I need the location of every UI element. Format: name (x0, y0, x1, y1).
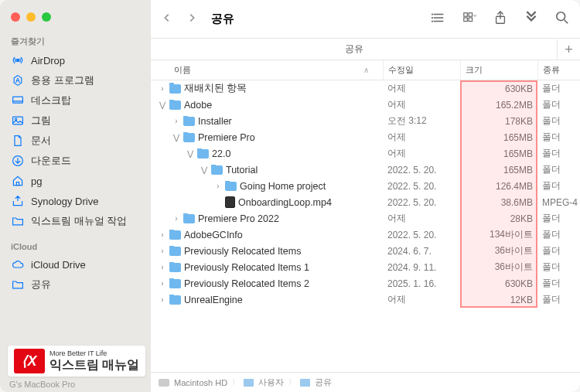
file-kind: 폴더 (537, 212, 580, 225)
sidebar-item-home[interactable]: pg (0, 171, 151, 191)
file-date: 어제 (383, 293, 460, 306)
column-headers: 이름 ∧ 수정일 크기 종류 (151, 60, 580, 80)
file-size: 165MB (460, 132, 537, 143)
file-row[interactable]: ›재배치된 항목어제630KB폴더 (151, 80, 580, 97)
watermark-brand: 익스트림 매뉴얼 (49, 357, 139, 373)
sort-asc-icon: ∧ (363, 66, 369, 74)
file-row[interactable]: ›Previously Relocated Items 22025. 1. 16… (151, 275, 580, 291)
file-kind: 폴더 (537, 147, 580, 160)
chevron-right-icon: 〉 (232, 377, 239, 387)
file-row[interactable]: ›UnrealEngine어제12KB폴더 (151, 291, 580, 308)
file-kind: 폴더 (537, 261, 580, 274)
file-date: 어제 (383, 212, 460, 225)
file-date: 2025. 1. 16. (383, 278, 460, 289)
file-row[interactable]: ›Previously Relocated Items 12024. 9. 11… (151, 259, 580, 275)
file-size: 178KB (460, 116, 537, 127)
svg-line-20 (565, 19, 568, 23)
file-kind: 폴더 (537, 131, 580, 144)
disclosure-icon[interactable]: ⋁ (200, 165, 208, 174)
disclosure-icon[interactable]: › (159, 84, 166, 93)
sidebar-item-shared[interactable]: 공유 (0, 274, 151, 295)
file-kind: MPEG-4 (537, 197, 580, 208)
view-list-icon[interactable] (432, 11, 445, 28)
disclosure-icon[interactable]: › (172, 117, 180, 125)
file-row[interactable]: ›Previously Relocated Items2024. 6. 7.36… (151, 243, 580, 259)
minimize-button[interactable] (26, 12, 36, 22)
folder-icon (225, 182, 237, 191)
file-name: 재배치된 항목 (184, 82, 247, 95)
file-row[interactable]: ⋁Adobe어제165.2MB폴더 (151, 97, 580, 113)
sidebar-item-cloud[interactable]: iCloud Drive (0, 254, 151, 274)
disclosure-icon[interactable]: ⋁ (159, 101, 166, 109)
sidebar-item-folder[interactable]: 익스트림 매뉴얼 작업 (0, 211, 151, 231)
file-kind: 폴더 (537, 228, 580, 241)
file-list: ›재배치된 항목어제630KB폴더⋁Adobe어제165.2MB폴더›Insta… (151, 80, 580, 372)
main-pane: 공유 공유 + 이름 ∧ 수정일 크기 종류 ›재배치된 항목어제63 (151, 0, 580, 392)
zoom-button[interactable] (42, 12, 51, 22)
file-row[interactable]: ›Going Home project2022. 5. 20.126.4MB폴더 (151, 178, 580, 194)
disclosure-icon[interactable]: ⋁ (172, 133, 180, 141)
sidebar-item-documents[interactable]: 문서 (0, 131, 151, 151)
file-row[interactable]: ⋁Tutorial2022. 5. 20.165MB폴더 (151, 162, 580, 178)
file-kind: 폴더 (537, 179, 580, 193)
file-name: 22.0 (212, 148, 230, 159)
disclosure-icon[interactable]: › (159, 230, 166, 239)
disclosure-icon[interactable]: › (172, 214, 180, 223)
file-kind: 폴더 (537, 293, 580, 306)
file-row[interactable]: ›OnboardingLoop.mp42022. 5. 20.38.6MBMPE… (151, 194, 580, 210)
home-icon (11, 174, 25, 188)
sidebar-item-airdrop[interactable]: AirDrop (0, 50, 151, 70)
sidebar-item-label: 다운로드 (31, 154, 71, 168)
icloud-header: iCloud (0, 237, 151, 254)
file-date: 어제 (383, 131, 460, 144)
sidebar-item-label: 그림 (31, 114, 51, 128)
file-row[interactable]: ›Premiere Pro 2022어제28KB폴더 (151, 210, 580, 227)
sidebar-item-label: 응용 프로그램 (31, 73, 94, 87)
file-row[interactable]: ›AdobeGCInfo2022. 5. 20.134바이트폴더 (151, 227, 580, 243)
disclosure-icon[interactable]: ⋁ (186, 149, 194, 158)
tab-shared[interactable]: 공유 (151, 39, 557, 60)
forward-button[interactable] (186, 12, 197, 26)
column-date[interactable]: 수정일 (383, 60, 460, 80)
column-name[interactable]: 이름 ∧ (151, 60, 383, 80)
sidebar-item-desktop[interactable]: 데스크탑 (0, 90, 151, 111)
file-name: Previously Relocated Items 1 (184, 262, 309, 273)
sidebar-item-apps[interactable]: A응용 프로그램 (0, 70, 151, 90)
column-size[interactable]: 크기 (460, 60, 537, 80)
downloads-icon (11, 154, 25, 168)
sidebar-item-pictures[interactable]: 그림 (0, 111, 151, 131)
file-name: AdobeGCInfo (184, 230, 243, 240)
more-icon[interactable] (524, 11, 538, 28)
folder-icon (169, 295, 181, 305)
disclosure-icon[interactable]: › (159, 263, 166, 271)
file-size: 28KB (460, 213, 537, 224)
file-row[interactable]: ›Installer오전 3:12178KB폴더 (151, 113, 580, 129)
file-row[interactable]: ⋁Premiere Pro어제165MB폴더 (151, 129, 580, 145)
disclosure-icon[interactable]: › (159, 279, 166, 288)
folder-icon (169, 247, 181, 256)
back-button[interactable] (162, 12, 172, 26)
disclosure-icon[interactable]: › (159, 295, 166, 304)
desktop-icon (11, 94, 25, 107)
share-icon[interactable] (493, 11, 507, 28)
file-kind: 폴더 (537, 163, 580, 176)
file-row[interactable]: ⋁22.0어제165MB폴더 (151, 145, 580, 162)
svg-point-13 (432, 21, 432, 22)
disclosure-icon[interactable]: › (214, 182, 222, 190)
chevron-right-icon: 〉 (288, 377, 295, 387)
close-button[interactable] (11, 12, 20, 22)
search-icon[interactable] (555, 11, 569, 28)
path-segment[interactable]: Macintosh HD (174, 378, 227, 387)
column-kind[interactable]: 종류 (537, 60, 580, 80)
group-icon[interactable] (462, 11, 476, 28)
file-date: 2024. 6. 7. (383, 246, 460, 257)
path-segment[interactable]: 사용자 (258, 377, 284, 388)
file-date: 2024. 9. 11. (383, 262, 460, 273)
sidebar-item-synology[interactable]: Synology Drive (0, 191, 151, 211)
path-segment[interactable]: 공유 (315, 377, 332, 388)
watermark-tagline: More Better IT Life (49, 349, 139, 357)
new-tab-button[interactable]: + (557, 39, 580, 60)
disclosure-icon[interactable]: › (159, 247, 166, 255)
folder-icon (183, 117, 195, 126)
sidebar-item-downloads[interactable]: 다운로드 (0, 151, 151, 171)
